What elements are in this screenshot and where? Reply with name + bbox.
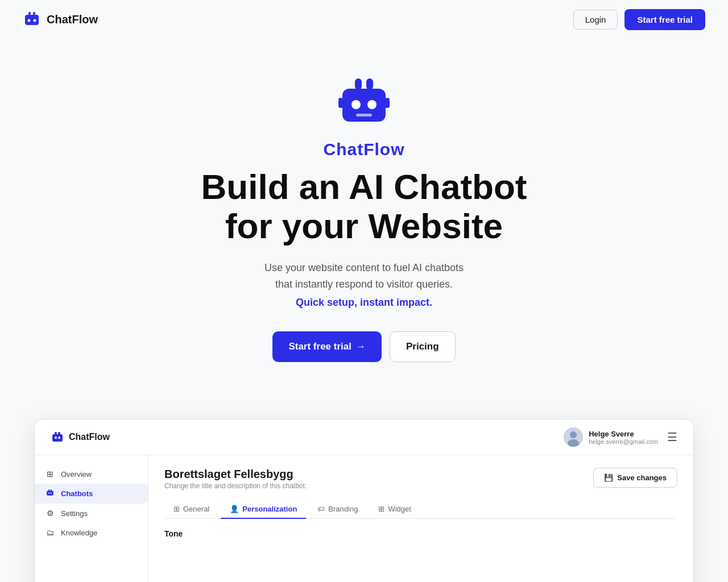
sidebar-item-settings[interactable]: ⚙ Settings (35, 504, 148, 523)
arrow-icon: → (356, 341, 366, 352)
app-preview: ChatFlow Helge Sverre helge.sverre@gmail… (34, 419, 694, 582)
hero-headline: Build an AI Chatbot for your Website (201, 167, 527, 246)
sidebar-item-knowledge[interactable]: 🗂 Knowledge (35, 523, 148, 542)
svg-rect-22 (48, 490, 49, 492)
svg-rect-0 (25, 15, 39, 25)
login-button[interactable]: Login (573, 10, 618, 30)
chatbots-icon (45, 489, 55, 498)
hero-cta-group: Start free trial → Pricing (272, 331, 455, 362)
branding-tab-icon: 🏷 (317, 505, 325, 513)
nav-actions: Login Start free trial (573, 9, 705, 30)
preview-body: ⊞ Overview Chatbots (35, 455, 693, 582)
app-preview-wrapper: ChatFlow Helge Sverre helge.sverre@gmail… (0, 419, 728, 582)
logo[interactable]: ChatFlow (23, 10, 98, 28)
tab-general[interactable]: ⊞ General (164, 500, 218, 519)
svg-rect-14 (55, 432, 57, 435)
svg-rect-2 (33, 12, 35, 15)
preview-page-title: Borettslaget Fellesbygg (164, 468, 307, 481)
tab-widget[interactable]: ⊞ Widget (369, 500, 420, 519)
svg-rect-7 (366, 78, 373, 90)
preview-title-block: Borettslaget Fellesbygg Change the title… (164, 468, 307, 490)
save-changes-label: Save changes (617, 473, 667, 482)
svg-point-10 (351, 100, 361, 109)
sidebar-label-overview: Overview (61, 470, 92, 479)
svg-rect-6 (355, 78, 362, 90)
logo-text: ChatFlow (47, 13, 98, 26)
widget-tab-icon: ⊞ (378, 505, 384, 513)
svg-point-17 (58, 436, 60, 439)
section-label-tone: Tone (164, 529, 677, 538)
sidebar-item-overview[interactable]: ⊞ Overview (35, 464, 148, 484)
chatflow-logo-icon (23, 10, 41, 28)
navbar: ChatFlow Login Start free trial (0, 0, 728, 39)
svg-point-19 (570, 431, 577, 438)
svg-rect-8 (338, 98, 343, 108)
svg-rect-1 (28, 12, 31, 15)
hero-headline-line1: Build an AI Chatbot (201, 167, 527, 206)
svg-point-24 (48, 493, 49, 494)
tab-general-label: General (183, 505, 209, 513)
hero-sub-line2: that instantly respond to visitor querie… (275, 278, 453, 290)
svg-point-3 (28, 19, 31, 22)
svg-rect-12 (356, 114, 372, 117)
hero-sub-line1: Use your website content to fuel AI chat… (264, 262, 464, 273)
svg-rect-23 (51, 490, 52, 492)
settings-icon: ⚙ (45, 509, 55, 518)
preview-topbar: ChatFlow Helge Sverre helge.sverre@gmail… (35, 419, 693, 455)
start-trial-button-nav[interactable]: Start free trial (624, 9, 705, 30)
preview-main: Borettslaget Fellesbygg Change the title… (148, 455, 693, 582)
svg-rect-9 (385, 98, 390, 108)
hero-brand-name: ChatFlow (324, 140, 405, 159)
tab-personalization-label: Personalization (242, 505, 297, 513)
svg-point-4 (34, 19, 36, 22)
sidebar-label-knowledge: Knowledge (61, 529, 97, 537)
preview-user-email: helge.sverre@gmail.com (589, 438, 658, 445)
general-tab-icon: ⊞ (173, 505, 180, 513)
preview-logo-text: ChatFlow (69, 432, 110, 442)
hero-section: ChatFlow Build an AI Chatbot for your We… (0, 39, 728, 419)
preview-topbar-right: Helge Sverre helge.sverre@gmail.com ☰ (564, 427, 677, 447)
start-trial-cta-button[interactable]: Start free trial → (272, 331, 382, 362)
preview-sidebar: ⊞ Overview Chatbots (35, 455, 148, 582)
svg-rect-15 (58, 432, 60, 435)
tab-branding-label: Branding (328, 505, 358, 513)
preview-avatar (564, 427, 583, 447)
preview-logo-icon (51, 430, 64, 444)
overview-icon: ⊞ (45, 469, 55, 479)
preview-user-name: Helge Sverre (589, 430, 658, 438)
preview-main-header: Borettslaget Fellesbygg Change the title… (164, 468, 677, 490)
hero-headline-line2: for your Website (225, 206, 503, 246)
svg-rect-13 (52, 434, 63, 442)
preview-tabs: ⊞ General 👤 Personalization 🏷 Branding ⊞… (164, 500, 677, 519)
svg-rect-5 (342, 89, 386, 122)
svg-point-16 (55, 436, 57, 439)
pricing-button[interactable]: Pricing (390, 331, 456, 362)
svg-point-11 (367, 100, 377, 109)
hero-bot-icon (336, 73, 392, 130)
preview-logo: ChatFlow (51, 430, 110, 444)
hero-subtitle: Use your website content to fuel AI chat… (264, 260, 464, 293)
tab-personalization[interactable]: 👤 Personalization (221, 500, 306, 519)
tab-widget-label: Widget (388, 505, 411, 513)
personalization-tab-icon: 👤 (230, 505, 239, 513)
sidebar-label-settings: Settings (61, 509, 88, 518)
preview-user: Helge Sverre helge.sverre@gmail.com (564, 427, 658, 447)
sidebar-item-chatbots[interactable]: Chatbots (35, 484, 148, 504)
hamburger-menu-icon[interactable]: ☰ (667, 430, 677, 444)
sidebar-label-chatbots: Chatbots (61, 489, 93, 498)
hero-tagline: Quick setup, instant impact. (296, 297, 432, 309)
save-icon: 💾 (604, 473, 613, 482)
knowledge-icon: 🗂 (45, 528, 55, 537)
preview-page-desc: Change the title and description of this… (164, 482, 307, 490)
preview-user-info: Helge Sverre helge.sverre@gmail.com (589, 430, 658, 445)
start-trial-cta-label: Start free trial (288, 341, 351, 352)
svg-rect-21 (47, 491, 53, 496)
svg-point-25 (51, 493, 52, 494)
save-changes-button[interactable]: 💾 Save changes (593, 468, 677, 488)
tab-branding[interactable]: 🏷 Branding (308, 500, 367, 519)
